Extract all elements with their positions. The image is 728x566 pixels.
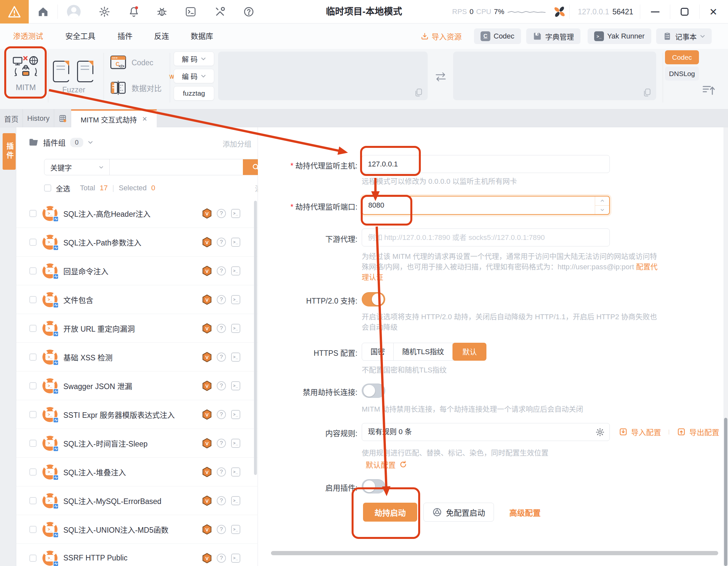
minimize-button[interactable]	[641, 0, 670, 24]
plugin-row[interactable]: >_ SQL注入-时间盲注-Sleep V ? >_	[16, 429, 258, 458]
plugin-checkbox[interactable]	[29, 267, 37, 275]
decode-button[interactable]: 解 码	[174, 52, 214, 66]
yak-runner-button[interactable]: >_ Yak Runner	[588, 28, 651, 44]
plugin-row[interactable]: >_ SSRF HTTP Public V ? >_	[16, 544, 258, 566]
plugin-debug-icon[interactable]: >_	[231, 209, 240, 218]
codec-input-area[interactable]	[218, 52, 428, 100]
copy-icon[interactable]	[414, 88, 423, 97]
plugin-debug-icon[interactable]: >_	[231, 353, 240, 362]
tools-button[interactable]	[208, 0, 232, 24]
plugin-help-icon[interactable]: ?	[217, 554, 226, 563]
dict-manager-button[interactable]: 字典管理	[526, 28, 580, 44]
tab-table-icon[interactable]	[54, 109, 71, 127]
tab-close-icon[interactable]: ✕	[142, 115, 147, 123]
plugin-checkbox[interactable]	[29, 468, 37, 476]
plugin-debug-icon[interactable]: >_	[231, 381, 240, 390]
plugin-row[interactable]: >_ Swagger JSON 泄漏 V ? >_	[16, 371, 258, 400]
keyword-select[interactable]: 关键字	[44, 159, 110, 175]
close-button[interactable]: ✕	[699, 0, 728, 24]
plugin-help-icon[interactable]: ?	[217, 410, 226, 419]
plugin-row[interactable]: >_ 文件包含 V ? >_	[16, 285, 258, 314]
plugin-checkbox[interactable]	[29, 210, 37, 217]
plugin-row[interactable]: >_ SQL注入-Path参数注入 V ? >_	[16, 228, 258, 257]
https-option-guomi[interactable]: 国密	[362, 343, 394, 360]
plugin-row[interactable]: >_ SQL注入-MySQL-ErrorBased V ? >_	[16, 486, 258, 515]
plugin-debug-icon[interactable]: >_	[231, 554, 240, 563]
enable-plugin-toggle[interactable]	[362, 479, 385, 494]
copy-icon[interactable]	[642, 88, 652, 97]
host-input[interactable]	[362, 155, 610, 173]
export-config-link[interactable]: 导出配置	[677, 426, 719, 437]
bug-report-button[interactable]	[150, 0, 174, 24]
plugin-help-icon[interactable]: ?	[217, 266, 226, 275]
plugin-help-icon[interactable]: ?	[217, 467, 226, 477]
plugin-checkbox[interactable]	[29, 296, 37, 303]
rules-box[interactable]: 现有规则 0 条	[362, 423, 610, 441]
console-button[interactable]	[179, 0, 202, 24]
plugin-help-icon[interactable]: ?	[217, 209, 226, 218]
scrollbar-thumb[interactable]	[724, 418, 727, 566]
rules-gear-icon[interactable]	[595, 427, 605, 437]
plugin-checkbox[interactable]	[29, 354, 37, 361]
encode-button[interactable]: 编 码	[174, 69, 214, 83]
codec-shortcut[interactable]: C</> Codec	[109, 54, 153, 71]
import-resource-link[interactable]: 导入资源	[420, 24, 462, 49]
menu-tab-plugins[interactable]: 插件	[118, 24, 133, 49]
help-button[interactable]	[237, 0, 261, 24]
default-config-link[interactable]: 默认配置	[366, 459, 407, 470]
codec-output-area[interactable]	[453, 52, 656, 100]
http2-toggle[interactable]	[362, 292, 385, 307]
plugin-list-scrollbar[interactable]	[254, 201, 257, 475]
plugin-help-icon[interactable]: ?	[217, 238, 226, 247]
plugin-row[interactable]: >_ SQL注入-高危Header注入 V ? >_	[16, 199, 258, 228]
settings-button[interactable]	[93, 0, 116, 24]
plugin-row[interactable]: >_ 开放 URL 重定向漏洞 V ? >_	[16, 314, 258, 343]
select-all-label[interactable]: 全选	[56, 183, 70, 193]
plugin-debug-icon[interactable]: >_	[231, 525, 240, 534]
plugin-help-icon[interactable]: ?	[217, 439, 226, 448]
swap-icon[interactable]	[434, 71, 447, 82]
plugin-debug-icon[interactable]: >_	[231, 324, 240, 333]
codec-button[interactable]: C Codec	[474, 28, 521, 44]
https-option-default[interactable]: 默认	[452, 343, 486, 361]
plugin-checkbox[interactable]	[29, 382, 37, 389]
menu-tab-database[interactable]: 数据库	[191, 24, 213, 49]
plugin-help-icon[interactable]: ?	[217, 324, 226, 333]
plugins-vertical-tab[interactable]: 插件	[3, 133, 16, 170]
plugin-search-input[interactable]	[110, 159, 243, 175]
compare-shortcut[interactable]: 数据对比	[109, 79, 162, 97]
sort-collapse-icon[interactable]	[701, 83, 716, 97]
tab-history[interactable]: History	[23, 109, 54, 127]
user-avatar[interactable]	[62, 0, 86, 24]
tab-mitm-active[interactable]: MITM 交互式劫持 ✕	[71, 109, 157, 127]
advanced-config-link[interactable]: 高级配置	[509, 507, 541, 518]
plugin-row[interactable]: >_ SQL注入-堆叠注入 V ? >_	[16, 458, 258, 486]
notepad-button[interactable]: 记事本	[656, 28, 712, 44]
plugin-help-icon[interactable]: ?	[217, 353, 226, 362]
plugin-row[interactable]: >_ 回显命令注入 V ? >_	[16, 257, 258, 285]
codec-side-tab[interactable]: Codec	[665, 50, 699, 64]
menu-tab-pentest[interactable]: 渗透测试	[13, 24, 43, 49]
fuzztag-button[interactable]: fuzztag	[174, 86, 214, 101]
plugin-debug-icon[interactable]: >_	[231, 266, 240, 275]
plugin-debug-icon[interactable]: >_	[231, 467, 240, 477]
noconfig-start-button[interactable]: 免配置启动	[423, 503, 494, 522]
plugin-checkbox[interactable]	[29, 411, 37, 418]
dnslog-side-tab[interactable]: DNSLog	[665, 67, 699, 81]
plugin-debug-icon[interactable]: >_	[231, 496, 240, 505]
import-config-link[interactable]: 导入配置	[619, 426, 661, 437]
keepalive-toggle[interactable]	[362, 384, 385, 398]
plugin-checkbox[interactable]	[29, 526, 37, 533]
menu-tab-sectools[interactable]: 安全工具	[65, 24, 95, 49]
plugin-debug-icon[interactable]: >_	[231, 238, 240, 247]
plugin-row[interactable]: >_ SSTI Expr 服务器模版表达式注入 V ? >_	[16, 400, 258, 429]
plugin-help-icon[interactable]: ?	[217, 381, 226, 390]
https-option-randomtls[interactable]: 随机TLS指纹	[394, 343, 453, 360]
plugin-checkbox[interactable]	[29, 239, 37, 246]
select-all-checkbox[interactable]	[44, 184, 51, 192]
port-input[interactable]	[362, 197, 591, 214]
app-logo[interactable]	[0, 0, 29, 24]
plugin-debug-icon[interactable]: >_	[231, 295, 240, 304]
plugin-help-icon[interactable]: ?	[217, 496, 226, 505]
engine-status-button[interactable]	[548, 0, 571, 24]
